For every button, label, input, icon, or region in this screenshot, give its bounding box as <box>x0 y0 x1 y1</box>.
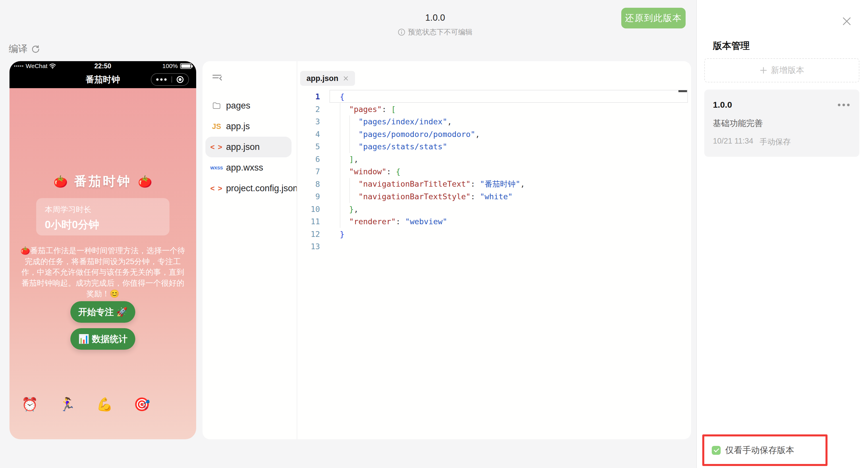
file-tree-item-pages[interactable]: pages <box>205 95 291 116</box>
file-name: project.config.json <box>226 183 298 193</box>
code-text: "navigationBarTitleText": "番茄时钟", <box>340 179 525 189</box>
code-line-3[interactable]: 3 "pages/index/index", <box>297 116 691 128</box>
signal-dots-icon: ••••• <box>14 64 24 68</box>
code-line-11[interactable]: 11 "renderer": "webview" <box>297 215 691 228</box>
code-text: "pages": [ <box>340 105 396 114</box>
code-file-icon: < > <box>210 143 223 152</box>
code-line-1[interactable]: 1{ <box>297 90 691 103</box>
indent-guide <box>349 141 350 153</box>
carrier-label: WeChat <box>26 63 48 69</box>
code-line-2[interactable]: 2 "pages": [ <box>297 103 691 116</box>
code-line-8[interactable]: 8 "navigationBarTitleText": "番茄时钟", <box>297 178 691 191</box>
version-date: 10/21 11:34 <box>713 137 753 147</box>
file-tree-item-app-json[interactable]: < >app.json <box>205 137 291 157</box>
refresh-icon[interactable] <box>31 44 40 54</box>
indent-guide <box>340 203 340 216</box>
devtools-screen: 1.0.0 预览状态下不可编辑 还原到此版本 编译 ••••• WeChat 2… <box>0 0 868 468</box>
battery-icon <box>180 63 192 69</box>
restore-version-button[interactable]: 还原到此版本 <box>621 8 686 28</box>
info-icon <box>398 28 405 36</box>
code-line-5[interactable]: 5 "pages/stats/stats" <box>297 141 691 153</box>
file-tree-item-project-config-json[interactable]: < >project.config.json <box>205 178 291 199</box>
tab-label: app.json <box>307 74 338 83</box>
indent-guide <box>340 141 340 153</box>
status-time: 22:50 <box>94 62 112 70</box>
footer-emoji: 💪 <box>96 398 113 411</box>
panel-title: 版本管理 <box>713 40 750 52</box>
version-meta: 10/21 11:34手动保存 <box>713 137 851 147</box>
line-number: 12 <box>297 230 320 239</box>
compile-control[interactable]: 编译 <box>9 42 40 55</box>
code-line-7[interactable]: 7 "window": { <box>297 165 691 178</box>
code-text: "pages/stats/stats" <box>340 142 447 151</box>
collapse-sidebar-icon[interactable] <box>213 74 222 82</box>
file-name: app.wxss <box>226 162 263 173</box>
indent-guide <box>340 116 340 128</box>
file-name: pages <box>226 100 250 111</box>
indent-guide <box>349 178 350 191</box>
capsule-close-icon[interactable] <box>177 76 184 83</box>
compile-label[interactable]: 编译 <box>9 42 28 55</box>
code-text: { <box>340 92 344 101</box>
start-focus-button[interactable]: 开始专注 🚀 <box>70 301 135 323</box>
version-list: 1.0.0基础功能完善10/21 11:34手动保存 <box>704 90 859 162</box>
code-text: "window": { <box>340 167 400 176</box>
file-tree: pagesJSapp.js< >app.jsonWXSSapp.wxss< >p… <box>203 61 297 439</box>
stats-label: 本周学习时长 <box>45 205 161 215</box>
close-icon[interactable] <box>842 16 852 26</box>
code-file-icon: < > <box>210 184 223 193</box>
line-number: 9 <box>297 192 320 201</box>
weekly-stats-card: 本周学习时长 0小时0分钟 <box>36 198 169 236</box>
line-number: 3 <box>297 117 320 126</box>
data-stats-button[interactable]: 📊 数据统计 <box>70 328 135 350</box>
phone-nav-bar: 番茄时钟 <box>9 71 196 88</box>
code-line-12[interactable]: 12} <box>297 228 691 241</box>
ide-panel: pagesJSapp.js< >app.jsonWXSSapp.wxss< >p… <box>203 61 691 439</box>
code-line-13[interactable]: 13 <box>297 240 691 253</box>
footer-emoji-row: ⏰🏃‍♀️💪🎯 <box>22 398 150 411</box>
version-card[interactable]: 1.0.0基础功能完善10/21 11:34手动保存 <box>704 90 859 157</box>
code-lines: 1{2 "pages": [3 "pages/index/index",4 "p… <box>297 90 691 253</box>
miniapp-title: 番茄时钟 <box>86 74 120 86</box>
indent-guide <box>349 190 350 203</box>
line-number: 13 <box>297 242 320 251</box>
miniapp-capsule[interactable] <box>151 73 189 86</box>
code-line-4[interactable]: 4 "pages/pomodoro/pomodoro", <box>297 128 691 141</box>
footer-emoji: 🏃‍♀️ <box>59 398 75 411</box>
code-editor: app.json 1{2 "pages": [3 "pages/index/in… <box>297 61 691 439</box>
code-text: ], <box>340 155 359 164</box>
add-version-button[interactable]: 新增版本 <box>704 58 859 83</box>
line-number: 7 <box>297 167 320 176</box>
preview-notice: 预览状态下不可编辑 <box>398 27 472 37</box>
add-version-label: 新增版本 <box>771 65 804 76</box>
line-number: 4 <box>297 130 320 139</box>
line-number: 1 <box>297 92 320 101</box>
stats-value: 0小时0分钟 <box>45 218 161 232</box>
plus-icon <box>760 66 768 74</box>
code-text: "pages/pomodoro/pomodoro", <box>340 130 480 139</box>
preview-version-label: 1.0.0 <box>425 12 445 23</box>
file-tree-item-app-wxss[interactable]: WXSSapp.wxss <box>205 157 291 178</box>
code-line-9[interactable]: 9 "navigationBarTextStyle": "white" <box>297 190 691 203</box>
manual-save-filter-checkbox[interactable] <box>712 446 721 455</box>
more-options-icon[interactable] <box>836 102 851 108</box>
code-text: } <box>340 230 344 239</box>
code-text: "pages/index/index", <box>340 117 452 126</box>
line-number: 2 <box>297 105 320 114</box>
file-tree-item-app-js[interactable]: JSapp.js <box>205 116 291 137</box>
code-line-6[interactable]: 6 ], <box>297 153 691 166</box>
tomato-icon: 🍅 <box>54 176 68 187</box>
code-line-10[interactable]: 10 }, <box>297 203 691 216</box>
footer-emoji: 🎯 <box>134 398 150 411</box>
tab-close-icon[interactable] <box>343 75 349 81</box>
version-description: 基础功能完善 <box>713 118 851 129</box>
indent-guide <box>340 190 340 203</box>
wifi-icon <box>49 63 56 69</box>
capsule-menu-icon[interactable] <box>156 79 166 81</box>
phone-preview: ••••• WeChat 22:50 100% 番茄时钟 🍅 番茄时钟 <box>9 61 196 439</box>
folder-icon <box>210 102 223 109</box>
manual-save-filter-label[interactable]: 仅看手动保存版本 <box>725 444 794 456</box>
line-number: 8 <box>297 180 320 189</box>
editor-tab-appjson[interactable]: app.json <box>300 71 355 86</box>
app-title-row: 🍅 番茄时钟 🍅 <box>9 173 196 190</box>
